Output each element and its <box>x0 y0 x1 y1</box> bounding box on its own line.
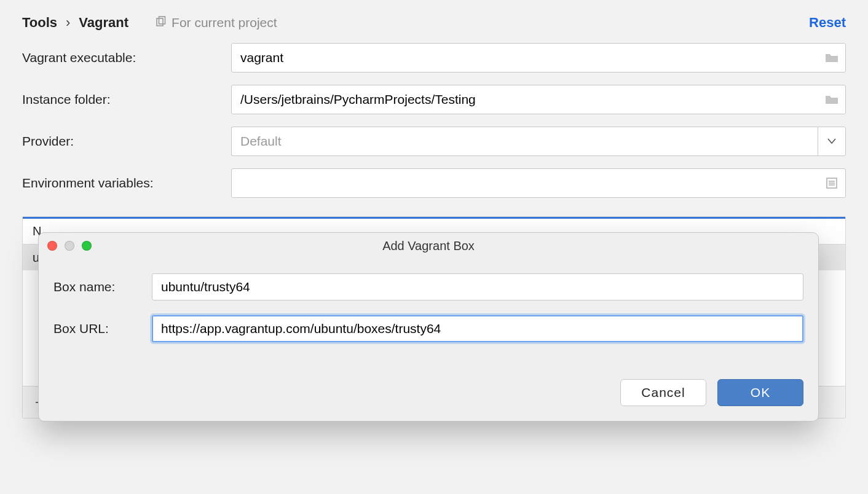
svg-rect-1 <box>159 17 165 24</box>
row-instance-folder: Instance folder: <box>22 85 846 114</box>
svg-rect-0 <box>157 18 163 26</box>
scope-label: For current project <box>172 15 277 30</box>
dialog-title: Add Vagrant Box <box>39 239 818 253</box>
box-name-label: Box name: <box>53 280 152 294</box>
breadcrumb-root[interactable]: Tools <box>22 15 57 31</box>
box-url-label: Box URL: <box>53 321 152 336</box>
row-env-vars: Environment variables: <box>22 168 846 198</box>
copy-icon <box>156 15 167 30</box>
row-box-name: Box name: <box>53 273 803 300</box>
ok-button[interactable]: OK <box>717 379 803 406</box>
instance-folder-label: Instance folder: <box>22 92 231 107</box>
vagrant-settings-form: Vagrant executable: Instance folder: Pro… <box>0 43 868 198</box>
executable-field <box>231 43 846 73</box>
provider-dropdown[interactable]: Default <box>231 127 846 156</box>
folder-icon[interactable] <box>818 44 845 72</box>
folder-icon[interactable] <box>818 85 845 114</box>
breadcrumb-sep: › <box>66 15 70 31</box>
dialog-body: Box name: Box URL: <box>39 259 818 362</box>
provider-value: Default <box>231 127 818 156</box>
window-controls <box>47 241 92 251</box>
breadcrumb: Tools › Vagrant <box>22 15 128 31</box>
dialog-titlebar: Add Vagrant Box <box>39 233 818 259</box>
close-icon[interactable] <box>47 241 57 251</box>
box-url-input[interactable] <box>152 315 803 342</box>
provider-label: Provider: <box>22 134 231 149</box>
cancel-button[interactable]: Cancel <box>620 379 706 406</box>
settings-header: Tools › Vagrant For current project Rese… <box>0 0 868 43</box>
env-vars-label: Environment variables: <box>22 176 231 190</box>
env-vars-field <box>231 168 846 198</box>
breadcrumb-current: Vagrant <box>79 15 128 31</box>
instance-folder-field <box>231 85 846 114</box>
zoom-icon[interactable] <box>82 241 92 251</box>
minimize-icon <box>65 241 74 251</box>
box-name-input[interactable] <box>152 273 803 300</box>
dialog-buttons: Cancel OK <box>39 362 818 421</box>
executable-label: Vagrant executable: <box>22 50 231 65</box>
row-executable: Vagrant executable: <box>22 43 846 73</box>
env-vars-input[interactable] <box>232 169 818 197</box>
instance-folder-input[interactable] <box>232 85 818 114</box>
chevron-down-icon[interactable] <box>818 127 846 156</box>
reset-button[interactable]: Reset <box>809 15 846 31</box>
add-vagrant-box-dialog: Add Vagrant Box Box name: Box URL: Cance… <box>38 232 819 421</box>
executable-input[interactable] <box>232 44 818 72</box>
scope-indicator: For current project <box>156 15 277 30</box>
list-icon[interactable] <box>818 169 845 197</box>
row-box-url: Box URL: <box>53 315 803 342</box>
row-provider: Provider: Default <box>22 127 846 156</box>
